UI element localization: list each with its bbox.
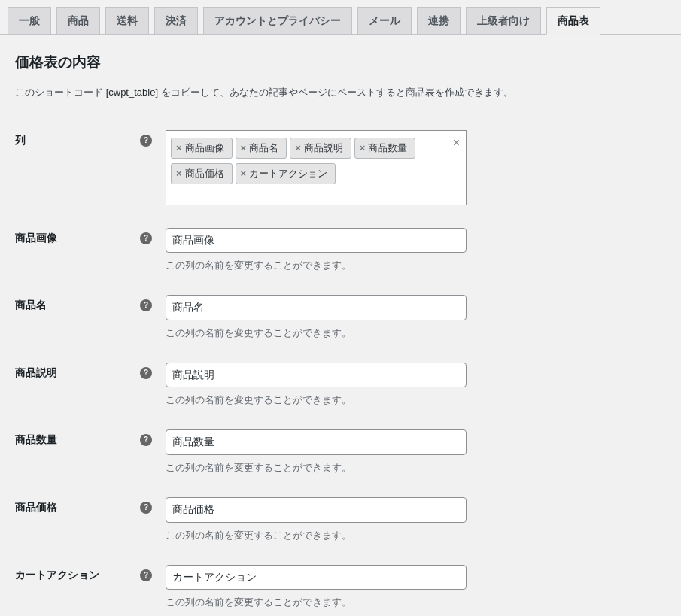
- tag-label: 商品名: [249, 142, 278, 153]
- field-description: この列の名前を変更することができます。: [166, 259, 658, 272]
- column-tag[interactable]: ×商品画像: [171, 138, 233, 159]
- help-icon[interactable]: ?: [140, 569, 152, 581]
- tag-label: 商品説明: [304, 142, 343, 153]
- columns-tagbox[interactable]: × ×商品画像×商品名×商品説明×商品数量×商品価格×カートアクション: [166, 130, 467, 205]
- field-input[interactable]: [166, 295, 467, 320]
- help-icon[interactable]: ?: [140, 232, 152, 244]
- shortcode-text: [cwpt_table]: [106, 86, 161, 98]
- column-tag[interactable]: ×カートアクション: [236, 163, 336, 184]
- field-description: この列の名前を変更することができます。: [166, 461, 658, 475]
- tag-label: 商品画像: [185, 142, 224, 153]
- tag-remove-icon[interactable]: ×: [360, 142, 366, 153]
- field-label: 商品画像?: [15, 217, 166, 284]
- tab-1[interactable]: 商品: [56, 7, 100, 34]
- tab-2[interactable]: 送料: [105, 7, 149, 34]
- column-tag[interactable]: ×商品説明: [290, 138, 351, 159]
- field-input[interactable]: [166, 363, 467, 388]
- section-description: このショートコード [cwpt_table] をコピーして、あなたの記事やページ…: [15, 86, 666, 99]
- field-description: この列の名前を変更することができます。: [166, 326, 658, 340]
- field-description: この列の名前を変更することができます。: [166, 596, 658, 609]
- field-label: 商品価格?: [15, 486, 166, 554]
- tag-label: 商品価格: [185, 168, 224, 179]
- tag-remove-icon[interactable]: ×: [241, 168, 247, 179]
- settings-tabs: 一般商品送料決済アカウントとプライバシーメール連携上級者向け商品表: [0, 0, 681, 35]
- tab-4[interactable]: アカウントとプライバシー: [203, 7, 352, 34]
- tag-remove-icon[interactable]: ×: [176, 142, 182, 153]
- column-tag[interactable]: ×商品名: [236, 138, 287, 159]
- help-icon[interactable]: ?: [140, 367, 152, 379]
- field-label: 商品数量?: [15, 418, 166, 486]
- tab-0[interactable]: 一般: [8, 7, 51, 34]
- field-description: この列の名前を変更することができます。: [166, 529, 658, 542]
- tab-6[interactable]: 連携: [417, 7, 461, 34]
- tab-3[interactable]: 決済: [154, 7, 198, 34]
- tag-remove-icon[interactable]: ×: [241, 142, 247, 153]
- field-input[interactable]: [166, 565, 467, 590]
- help-icon[interactable]: ?: [140, 135, 152, 147]
- tab-5[interactable]: メール: [357, 7, 412, 34]
- tag-remove-icon[interactable]: ×: [295, 142, 301, 153]
- column-tag[interactable]: ×商品価格: [171, 163, 233, 184]
- tab-7[interactable]: 上級者向け: [466, 7, 541, 34]
- field-input[interactable]: [166, 429, 467, 455]
- tag-label: 商品数量: [368, 142, 407, 153]
- tag-label: カートアクション: [249, 168, 327, 179]
- help-icon[interactable]: ?: [140, 299, 152, 311]
- help-icon[interactable]: ?: [140, 434, 152, 446]
- field-label: 商品説明?: [15, 351, 166, 419]
- clear-all-icon[interactable]: ×: [453, 137, 460, 149]
- tag-remove-icon[interactable]: ×: [176, 168, 182, 179]
- field-label: 商品名?: [15, 284, 166, 351]
- help-icon[interactable]: ?: [140, 502, 152, 514]
- tab-8[interactable]: 商品表: [546, 7, 600, 35]
- section-title: 価格表の内容: [15, 53, 666, 72]
- field-label: カートアクション?: [15, 554, 166, 616]
- column-tag[interactable]: ×商品数量: [354, 138, 416, 159]
- field-input[interactable]: [166, 228, 467, 253]
- columns-label: 列 ?: [15, 119, 166, 217]
- field-input[interactable]: [166, 497, 467, 523]
- field-description: この列の名前を変更することができます。: [166, 393, 658, 407]
